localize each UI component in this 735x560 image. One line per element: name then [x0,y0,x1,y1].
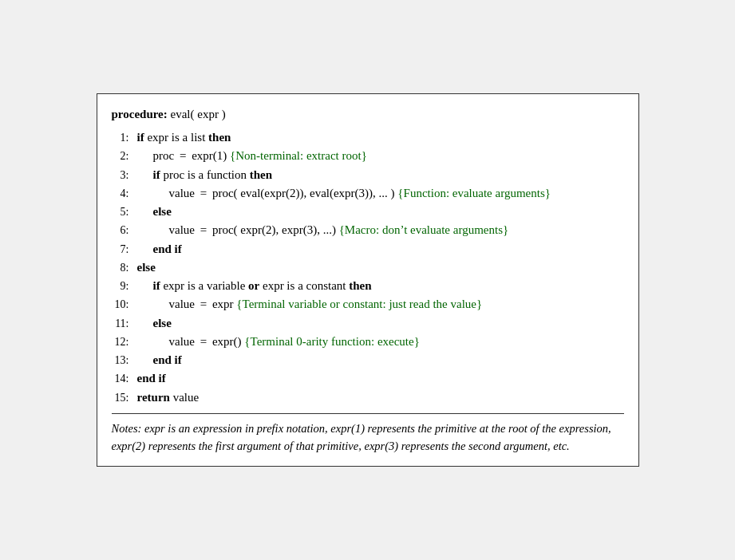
code-line: 14:end if [112,369,624,388]
line-content: else [137,203,624,221]
line-content: return value [137,388,624,407]
line-number: 10: [112,295,129,314]
line-content: if expr is a variable or expr is a const… [137,277,624,295]
procedure-keyword: procedure: [112,108,168,120]
code-line: 5:else [112,203,624,221]
line-number: 9: [112,277,129,295]
code-line: 3:if proc is a function then [112,166,624,184]
line-content: value = proc( eval(expr(2)), eval(expr(3… [137,184,624,203]
code-line: 12:value = expr() {Terminal 0-arity func… [112,333,624,351]
code-line: 15:return value [112,388,624,407]
line-content: value = proc( expr(2), expr(3), ...) {Ma… [137,221,624,239]
line-content: if proc is a function then [137,166,624,184]
notes-text: Notes: expr is an expression in prefix n… [112,422,611,452]
line-number: 13: [112,351,129,369]
line-number: 11: [112,314,129,333]
code-line: 1:if expr is a list then [112,128,624,147]
code-line: 4:value = proc( eval(expr(2)), eval(expr… [112,184,624,203]
line-content: end if [137,351,624,369]
code-lines: 1:if expr is a list then2:proc = expr(1)… [112,128,624,407]
line-content: end if [137,240,624,258]
code-line: 10:value = expr {Terminal variable or co… [112,295,624,314]
procedure-signature: eval( expr ) [171,108,226,120]
line-content: else [137,314,624,333]
procedure-header: procedure: eval( expr ) [112,105,624,124]
line-number: 1: [112,128,129,147]
line-content: else [137,258,624,277]
line-number: 6: [112,221,129,239]
line-number: 3: [112,166,129,184]
code-line: 7:end if [112,240,624,258]
line-content: value = expr {Terminal variable or const… [137,295,624,314]
line-number: 14: [112,369,129,388]
line-content: value = expr() {Terminal 0-arity functio… [137,333,624,351]
line-number: 12: [112,333,129,351]
code-line: 9:if expr is a variable or expr is a con… [112,277,624,295]
line-number: 5: [112,203,129,221]
code-line: 6:value = proc( expr(2), expr(3), ...) {… [112,221,624,239]
code-line: 11:else [112,314,624,333]
line-number: 7: [112,240,129,258]
code-line: 13:end if [112,351,624,369]
algorithm-box: procedure: eval( expr ) 1:if expr is a l… [97,93,639,467]
line-content: proc = expr(1) {Non-terminal: extract ro… [137,147,624,165]
line-content: end if [137,369,624,388]
line-number: 2: [112,147,129,165]
line-number: 15: [112,388,129,407]
line-number: 8: [112,258,129,277]
line-content: if expr is a list then [137,128,624,147]
notes-section: Notes: expr is an expression in prefix n… [112,413,624,455]
line-number: 4: [112,184,129,203]
code-line: 8:else [112,258,624,277]
code-line: 2:proc = expr(1) {Non-terminal: extract … [112,147,624,165]
